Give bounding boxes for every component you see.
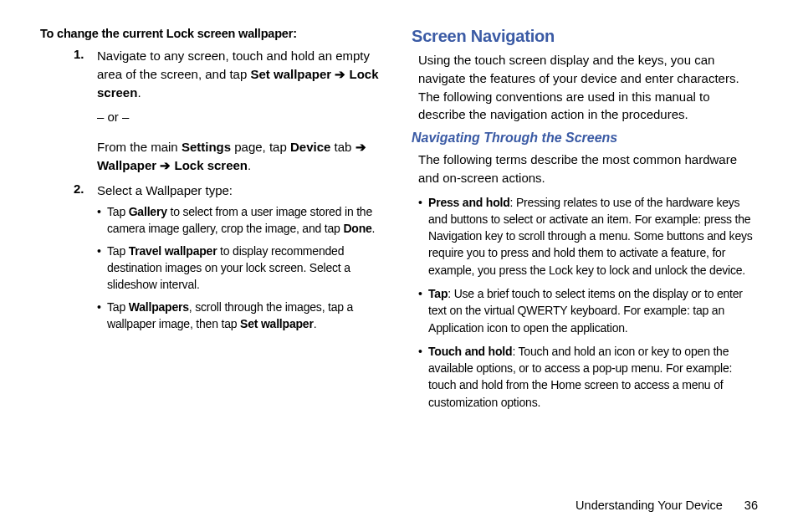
text-bold: Gallery bbox=[129, 205, 167, 218]
bullet-icon: • bbox=[418, 343, 428, 411]
left-column: To change the current Lock screen wallpa… bbox=[40, 27, 386, 417]
page-footer: Understanding Your Device 36 bbox=[575, 499, 758, 512]
text-bold: Set wallpaper bbox=[250, 67, 331, 81]
bullet-icon: • bbox=[97, 243, 107, 293]
text: . bbox=[372, 222, 376, 235]
bullet-press-hold: • Press and hold: Pressing relates to us… bbox=[412, 194, 758, 279]
bullet-icon: • bbox=[97, 204, 107, 237]
text: . bbox=[248, 158, 251, 172]
step-1: 1. Navigate to any screen, touch and hol… bbox=[40, 47, 386, 133]
arrow-icon: ➔ bbox=[356, 140, 366, 154]
bullet-touch-hold: • Touch and hold: Touch and hold an icon… bbox=[412, 343, 758, 411]
page-columns: To change the current Lock screen wallpa… bbox=[40, 27, 758, 417]
sub-bullet-1: • Tap Gallery to select from a user imag… bbox=[40, 204, 386, 237]
text: From the main bbox=[97, 140, 182, 154]
text-bold: Wallpapers bbox=[129, 300, 189, 314]
bullet-icon: • bbox=[418, 194, 428, 279]
right-column: Screen Navigation Using the touch screen… bbox=[412, 27, 758, 417]
text: : Use a brief touch to select items on t… bbox=[428, 287, 743, 335]
text-bold: Press and hold bbox=[428, 196, 510, 209]
text-bold: Touch and hold bbox=[428, 345, 512, 358]
bullet-icon: • bbox=[418, 285, 428, 336]
text: . bbox=[137, 85, 141, 100]
text-bold: Settings bbox=[182, 140, 231, 154]
subheading-navigating: Navigating Through the Screens bbox=[412, 130, 758, 146]
step-1-alt: From the main Settings page, tap Device … bbox=[40, 138, 386, 175]
text: page, tap bbox=[231, 140, 290, 154]
step-2-number: 2. bbox=[74, 182, 97, 200]
paragraph: The following terms describe the most co… bbox=[412, 151, 758, 187]
step-1-body: Navigate to any screen, touch and hold a… bbox=[97, 47, 386, 133]
left-heading: To change the current Lock screen wallpa… bbox=[40, 27, 386, 40]
bullet-tap: • Tap: Use a brief touch to select items… bbox=[412, 285, 758, 336]
step-2-body: Select a Wallpaper type: bbox=[97, 182, 233, 200]
text-bold: Set wallpaper bbox=[240, 317, 314, 330]
paragraph: Using the touch screen display and the k… bbox=[412, 51, 758, 124]
bullet-icon: • bbox=[97, 299, 107, 332]
text-bold: Wallpaper bbox=[97, 158, 156, 172]
text: . bbox=[314, 317, 317, 330]
text-bold: Lock screen bbox=[174, 158, 248, 172]
step-2: 2. Select a Wallpaper type: bbox=[40, 182, 386, 200]
arrow-icon: ➔ bbox=[331, 67, 349, 81]
or-text: – or – bbox=[97, 108, 386, 126]
arrow-icon: ➔ bbox=[156, 158, 174, 172]
footer-section: Understanding Your Device bbox=[575, 499, 723, 512]
text-bold: Tap bbox=[428, 287, 448, 300]
text-bold: Travel wallpaper bbox=[129, 244, 217, 258]
step-1-number: 1. bbox=[74, 47, 97, 133]
sub-bullet-3: • Tap Wallpapers, scroll through the ima… bbox=[40, 299, 386, 332]
heading-screen-navigation: Screen Navigation bbox=[412, 27, 758, 46]
sub-bullet-2: • Tap Travel wallpaper to display recomm… bbox=[40, 243, 386, 293]
text-bold: Device bbox=[290, 140, 330, 154]
text: Tap bbox=[107, 244, 129, 258]
text-bold: Done bbox=[343, 222, 371, 235]
text: Tap bbox=[107, 205, 129, 218]
text: Tap bbox=[107, 300, 129, 314]
page-number: 36 bbox=[744, 499, 758, 512]
text: tab bbox=[330, 140, 355, 154]
